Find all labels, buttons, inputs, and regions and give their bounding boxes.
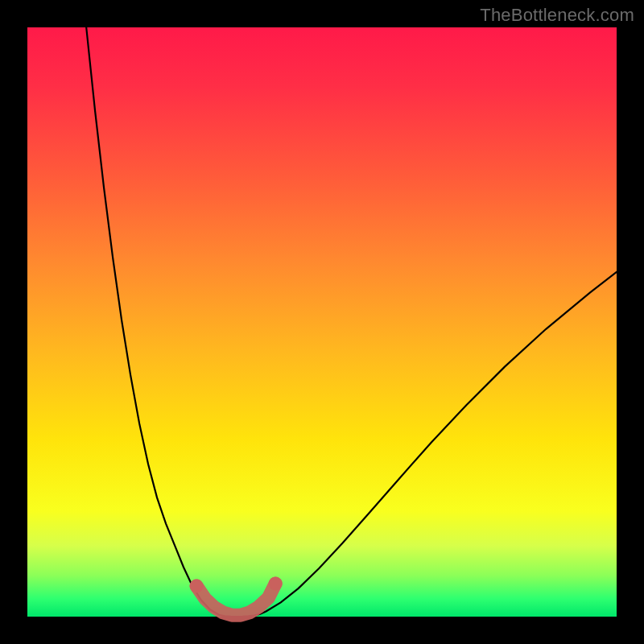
- curve-svg: [27, 27, 617, 617]
- curve-path: [86, 27, 617, 617]
- chart-frame: TheBottleneck.com: [0, 0, 644, 644]
- marker-dot: [269, 577, 283, 591]
- watermark-text: TheBottleneck.com: [480, 5, 634, 26]
- valley-highlight-stroke: [196, 584, 275, 615]
- marker-dot: [190, 579, 204, 592]
- plot-area: [27, 27, 617, 617]
- bottleneck-curve: [86, 27, 617, 617]
